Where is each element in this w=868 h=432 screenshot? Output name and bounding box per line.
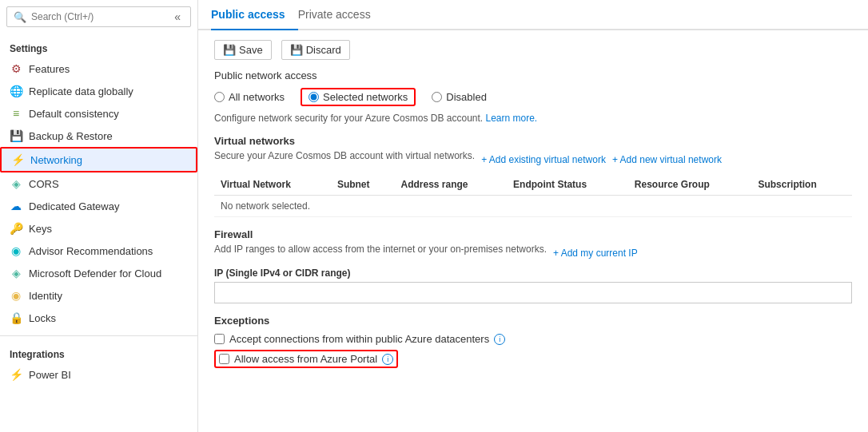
no-network-message: No network selected. <box>214 196 852 217</box>
virtual-networks-desc: Secure your Azure Cosmos DB account with… <box>214 150 475 161</box>
radio-all-networks-label: All networks <box>229 91 285 103</box>
tab-private-access[interactable]: Private access <box>298 0 384 30</box>
sidebar-item-label: Replicate data globally <box>29 85 133 97</box>
sidebar-item-label: Locks <box>29 312 56 324</box>
col-address-range: Address range <box>395 174 508 196</box>
sidebar-item-keys[interactable]: 🔑 Keys <box>0 217 197 240</box>
powerbi-icon: ⚡ <box>10 368 22 381</box>
radio-disabled[interactable]: Disabled <box>432 91 487 103</box>
sidebar-item-identity[interactable]: ◉ Identity <box>0 284 197 307</box>
ip-input-label: IP (Single IPv4 or CIDR range) <box>214 268 852 279</box>
sidebar-item-label: Dedicated Gateway <box>29 200 119 212</box>
virtual-networks-title: Virtual networks <box>214 135 852 147</box>
gateway-icon: ☁ <box>10 200 22 212</box>
sidebar-item-label: Backup & Restore <box>29 130 113 142</box>
search-input[interactable] <box>31 11 166 22</box>
col-subscription: Subscription <box>751 174 852 196</box>
sidebar-item-consistency[interactable]: ≡ Default consistency <box>0 102 197 125</box>
exception-azure-portal-checkbox[interactable] <box>219 354 229 364</box>
virtual-networks-desc-row: Secure your Azure Cosmos DB account with… <box>214 150 852 169</box>
sidebar-item-advisor[interactable]: ◉ Advisor Recommendations <box>0 240 197 262</box>
sidebar-item-backup[interactable]: 💾 Backup & Restore <box>0 125 197 147</box>
sidebar-item-label: Keys <box>29 223 52 235</box>
table-row-empty: No network selected. <box>214 196 852 217</box>
features-icon: ⚙ <box>10 62 22 75</box>
sidebar-item-cors[interactable]: ◈ CORS <box>0 172 197 195</box>
sidebar-item-defender[interactable]: ◈ Microsoft Defender for Cloud <box>0 262 197 284</box>
locks-icon: 🔒 <box>10 311 22 324</box>
discard-icon: 💾 <box>290 44 303 56</box>
col-virtual-network: Virtual Network <box>214 174 331 196</box>
firewall-desc-row: Add IP ranges to allow access from the i… <box>214 244 852 263</box>
add-current-ip-link[interactable]: + Add my current IP <box>553 248 638 259</box>
radio-all-networks-input[interactable] <box>214 92 225 102</box>
backup-icon: 💾 <box>10 129 22 142</box>
radio-all-networks[interactable]: All networks <box>214 91 285 103</box>
sidebar-item-label: Identity <box>29 290 62 302</box>
sidebar-item-locks[interactable]: 🔒 Locks <box>0 307 197 329</box>
exception-azure-dc-info[interactable]: i <box>494 334 505 345</box>
settings-section-label: Settings <box>0 37 197 57</box>
add-new-vnet-link[interactable]: + Add new virtual network <box>612 154 722 165</box>
exception-azure-dc: Accept connections from within public Az… <box>214 333 852 345</box>
ip-input[interactable] <box>214 282 852 303</box>
save-icon: 💾 <box>223 44 236 56</box>
sidebar-item-label: Microsoft Defender for Cloud <box>29 268 161 279</box>
public-network-access-label: Public network access <box>214 69 852 81</box>
sidebar-item-label: Networking <box>30 154 82 166</box>
search-icon: 🔍 <box>14 11 26 23</box>
discard-button[interactable]: 💾 Discard <box>281 40 350 60</box>
advisor-icon: ◉ <box>10 244 22 257</box>
add-existing-vnet-link[interactable]: + Add existing virtual network <box>481 154 606 165</box>
search-bar[interactable]: 🔍 « <box>6 6 191 27</box>
sidebar-item-features[interactable]: ⚙ Features <box>0 57 197 80</box>
col-resource-group: Resource Group <box>628 174 752 196</box>
exception-azure-portal-label: Allow access from Azure Portal <box>234 353 377 365</box>
exception-azure-portal-info[interactable]: i <box>382 354 393 365</box>
firewall-section: Firewall <box>214 228 852 240</box>
networking-icon: ⚡ <box>11 153 24 166</box>
col-endpoint-status: Endpoint Status <box>507 174 628 196</box>
sidebar: 🔍 « Settings ⚙ Features 🌐 Replicate data… <box>0 0 198 432</box>
replicate-icon: 🌐 <box>10 85 22 97</box>
network-access-radio-group: All networks Selected networks Disabled <box>214 88 852 106</box>
exceptions-title: Exceptions <box>214 315 852 327</box>
cors-icon: ◈ <box>10 177 22 190</box>
radio-disabled-label: Disabled <box>446 91 487 103</box>
virtual-networks-table: Virtual Network Subnet Address range End… <box>214 174 852 217</box>
sidebar-item-label: Features <box>29 63 70 75</box>
identity-icon: ◉ <box>10 289 22 302</box>
sidebar-item-networking[interactable]: ⚡ Networking <box>0 147 197 172</box>
collapse-button[interactable]: « <box>171 10 184 23</box>
exception-azure-portal: Allow access from Azure Portal i <box>214 350 398 368</box>
integrations-section-label: Integrations <box>0 343 197 363</box>
save-button[interactable]: 💾 Save <box>214 40 272 60</box>
content-area: 💾 Save 💾 Discard Public network access A… <box>198 30 868 382</box>
network-description: Configure network security for your Azur… <box>214 113 852 124</box>
keys-icon: 🔑 <box>10 222 22 235</box>
sidebar-item-gateway[interactable]: ☁ Dedicated Gateway <box>0 195 197 217</box>
sidebar-item-replicate[interactable]: 🌐 Replicate data globally <box>0 80 197 102</box>
exception-azure-dc-label: Accept connections from within public Az… <box>229 333 489 345</box>
radio-disabled-input[interactable] <box>432 92 442 102</box>
sidebar-item-label: Default consistency <box>29 108 119 120</box>
exception-azure-dc-checkbox[interactable] <box>214 334 225 344</box>
toolbar: 💾 Save 💾 Discard <box>214 40 852 60</box>
firewall-title: Firewall <box>214 228 253 240</box>
defender-icon: ◈ <box>10 267 22 279</box>
radio-selected-networks-input[interactable] <box>309 92 319 102</box>
tab-bar: Public access Private access <box>198 0 868 30</box>
col-subnet: Subnet <box>331 174 395 196</box>
firewall-desc: Add IP ranges to allow access from the i… <box>214 244 547 255</box>
main-content: Public access Private access 💾 Save 💾 Di… <box>198 0 868 432</box>
sidebar-item-label: Advisor Recommendations <box>29 245 153 257</box>
sidebar-item-label: CORS <box>29 178 59 190</box>
tab-public-access[interactable]: Public access <box>211 0 298 30</box>
learn-more-link[interactable]: Learn more. <box>485 113 537 124</box>
radio-selected-networks-label: Selected networks <box>323 91 408 103</box>
radio-selected-networks[interactable]: Selected networks <box>301 88 416 106</box>
consistency-icon: ≡ <box>10 107 22 120</box>
sidebar-item-label: Power BI <box>29 369 71 381</box>
sidebar-item-powerbi[interactable]: ⚡ Power BI <box>0 363 197 386</box>
